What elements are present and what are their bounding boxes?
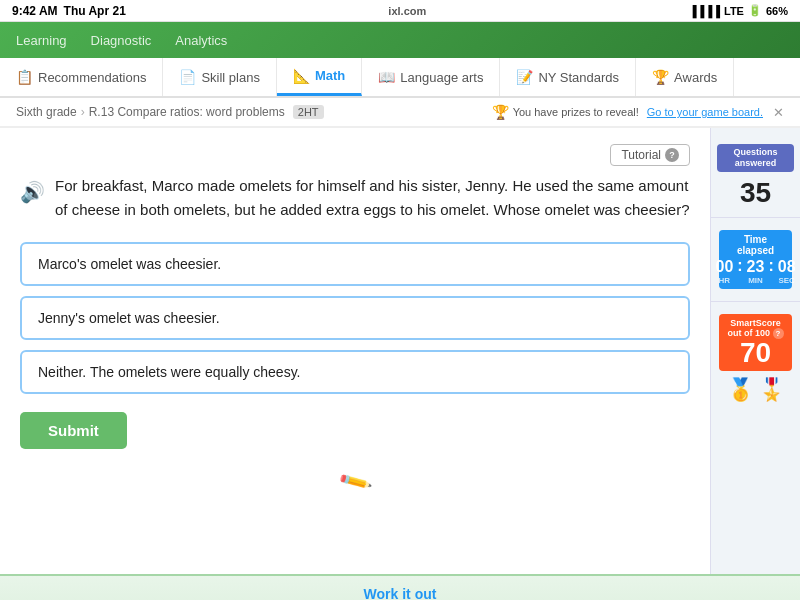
- time-min: 23: [747, 258, 765, 276]
- breadcrumb-skill: R.13 Compare ratios: word problems: [89, 105, 285, 119]
- sec-label: SEC: [778, 276, 796, 285]
- min-label: MIN: [747, 276, 765, 285]
- tab-skill-plans[interactable]: 📄 Skill plans: [163, 58, 277, 96]
- status-right: ▐▐▐▐ LTE 🔋 66%: [689, 4, 788, 17]
- questions-answered-section: Questionsanswered 35: [711, 136, 800, 218]
- nav-learning[interactable]: Learning: [16, 33, 67, 48]
- signal-icon: ▐▐▐▐: [689, 5, 720, 17]
- recommendations-icon: 📋: [16, 69, 33, 85]
- awards-icon: 🏆: [652, 69, 669, 85]
- tutorial-button[interactable]: Tutorial ?: [610, 144, 690, 166]
- pencil-icon[interactable]: ✏️: [337, 464, 373, 500]
- smart-score-value: 70: [725, 339, 786, 367]
- time-digits: 00 HR : 23 MIN : 08 SEC: [725, 258, 786, 285]
- main-layout: Tutorial ? 🔊 For breakfast, Marco made o…: [0, 128, 800, 574]
- time-label: Timeelapsed: [725, 234, 786, 256]
- gold-badge: 🥇: [727, 377, 754, 403]
- battery-level: 66%: [766, 5, 788, 17]
- status-left: 9:42 AM Thu Apr 21: [12, 4, 126, 18]
- breadcrumb-grade: Sixth grade: [16, 105, 77, 119]
- breadcrumb: Sixth grade › R.13 Compare ratios: word …: [0, 98, 800, 127]
- prize-link[interactable]: Go to your game board.: [647, 106, 763, 118]
- hr-label: HR: [715, 276, 733, 285]
- time-box: Timeelapsed 00 HR : 23 MIN : 08 SEC: [719, 230, 792, 289]
- status-day: Thu Apr 21: [64, 4, 126, 18]
- prize-text: You have prizes to reveal!: [513, 106, 639, 118]
- smart-score-section: SmartScoreout of 100 ? 70 🥇 🎖️: [711, 302, 800, 417]
- answer-option-2[interactable]: Jenny's omelet was cheesier.: [20, 296, 690, 340]
- nav-analytics[interactable]: Analytics: [175, 33, 227, 48]
- blue-badge: 🎖️: [758, 377, 785, 403]
- tab-recommendations[interactable]: 📋 Recommendations: [0, 58, 163, 96]
- nav-diagnostic[interactable]: Diagnostic: [91, 33, 152, 48]
- question-text: 🔊 For breakfast, Marco made omelets for …: [20, 174, 690, 222]
- tab-language-arts[interactable]: 📖 Language arts: [362, 58, 500, 96]
- status-time: 9:42 AM: [12, 4, 58, 18]
- submit-button[interactable]: Submit: [20, 412, 127, 449]
- tutorial-info-icon: ?: [665, 148, 679, 162]
- pencil-area: ✏️: [20, 459, 690, 505]
- top-nav: Learning Diagnostic Analytics: [0, 22, 800, 58]
- answer-option-1[interactable]: Marco's omelet was cheesier.: [20, 242, 690, 286]
- tab-awards[interactable]: 🏆 Awards: [636, 58, 734, 96]
- tab-math[interactable]: 📐 Math: [277, 58, 362, 96]
- math-icon: 📐: [293, 68, 310, 84]
- prize-close-icon[interactable]: ✕: [773, 105, 784, 120]
- tutorial-row: Tutorial ?: [20, 144, 690, 166]
- battery-icon: 🔋: [748, 4, 762, 17]
- breadcrumb-prize-row: Sixth grade › R.13 Compare ratios: word …: [0, 98, 800, 128]
- time-hr: 00: [715, 258, 733, 276]
- smart-score-label: SmartScoreout of 100 ?: [725, 318, 786, 339]
- lte-label: LTE: [724, 5, 744, 17]
- work-it-out-section: Work it out Not feeling ready yet? These…: [0, 574, 800, 600]
- skill-plans-icon: 📄: [179, 69, 196, 85]
- breadcrumb-tag: 2HT: [293, 105, 324, 119]
- ny-standards-icon: 📝: [516, 69, 533, 85]
- status-domain: ixl.com: [388, 5, 426, 17]
- prize-trophy-icon: 🏆: [492, 104, 509, 120]
- badges: 🥇 🎖️: [715, 377, 796, 403]
- work-it-out-title: Work it out: [16, 586, 784, 600]
- language-arts-icon: 📖: [378, 69, 395, 85]
- status-bar: 9:42 AM Thu Apr 21 ixl.com ▐▐▐▐ LTE 🔋 66…: [0, 0, 800, 22]
- question-area: Tutorial ? 🔊 For breakfast, Marco made o…: [0, 128, 710, 574]
- smart-score-box: SmartScoreout of 100 ? 70: [719, 314, 792, 371]
- time-sec: 08: [778, 258, 796, 276]
- breadcrumb-sep: ›: [81, 105, 85, 119]
- answer-option-3[interactable]: Neither. The omelets were equally cheesy…: [20, 350, 690, 394]
- tab-bar: 📋 Recommendations 📄 Skill plans 📐 Math 📖…: [0, 58, 800, 98]
- speaker-icon[interactable]: 🔊: [20, 176, 45, 208]
- tab-ny-standards[interactable]: 📝 NY Standards: [500, 58, 636, 96]
- questions-answered-count: 35: [715, 176, 796, 210]
- sidebar: Questionsanswered 35 Timeelapsed 00 HR :…: [710, 128, 800, 574]
- questions-answered-label: Questionsanswered: [722, 147, 789, 169]
- time-elapsed-section: Timeelapsed 00 HR : 23 MIN : 08 SEC: [711, 218, 800, 302]
